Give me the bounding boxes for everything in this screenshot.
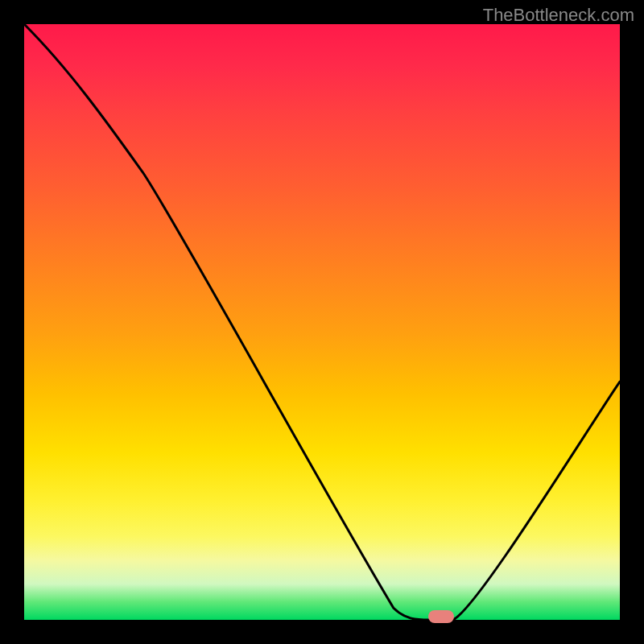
watermark-text: TheBottleneck.com <box>483 5 634 26</box>
bottleneck-curve-path <box>24 24 620 620</box>
optimal-marker <box>428 610 454 623</box>
curve-svg <box>24 24 620 620</box>
chart-container: TheBottleneck.com <box>0 0 644 644</box>
plot-area <box>24 24 620 620</box>
